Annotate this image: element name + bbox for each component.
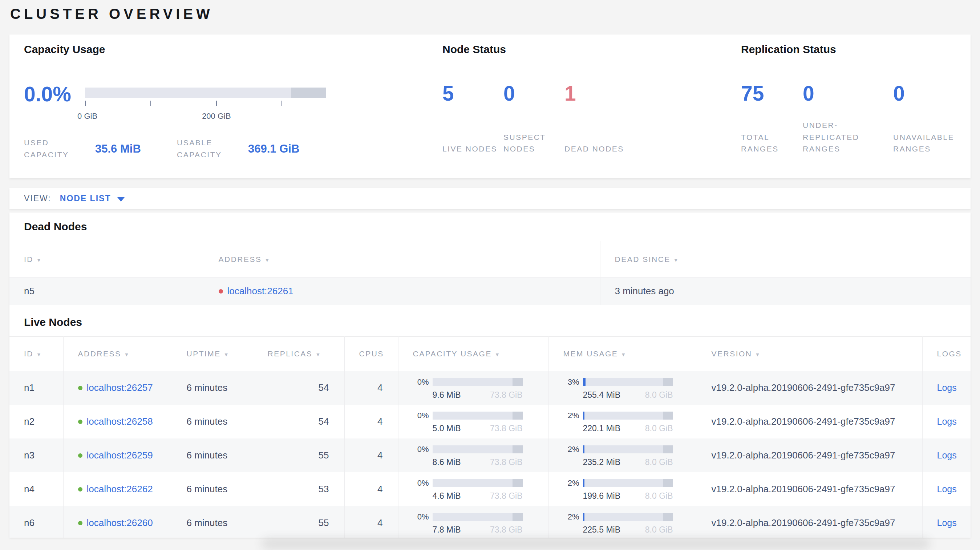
capacity-axis-ticks: 0 GiB 200 GiB [85, 101, 326, 107]
live-nodes-heading: Live Nodes [24, 316, 970, 328]
suspect-nodes-count: 0 [503, 83, 565, 104]
mem-total-value: 8.0 GiB [645, 390, 673, 400]
under-replicated-ranges-count: 0 [803, 83, 893, 104]
live-col-version[interactable]: VERSION▼ [697, 336, 922, 371]
dead-nodes-label: DEAD NODES [565, 143, 625, 155]
capacity-values: USED CAPACITY 35.6 MiB USABLE CAPACITY 3… [24, 137, 299, 161]
capacity-bar-reserved-segment [291, 87, 326, 98]
live-col-id[interactable]: ID▼ [10, 336, 63, 371]
node-uptime: 6 minutes [172, 371, 253, 405]
capacity-reserved-segment [512, 513, 522, 521]
node-mem-usage-cell: 2% 199.6 MiB 8.0 GiB [549, 472, 697, 506]
node-status-section: Node Status 5 0 1 LIVE NODES SUSPECT NOD… [442, 35, 733, 178]
axis-tick [85, 101, 86, 106]
dead-col-address[interactable]: ADDRESS▼ [204, 241, 600, 278]
live-status-icon [78, 386, 83, 390]
capacity-percent: 0% [413, 377, 429, 387]
logs-link[interactable]: Logs [937, 518, 957, 528]
usable-capacity-value: 369.1 GiB [248, 142, 299, 156]
sort-desc-icon: ▼ [36, 257, 42, 263]
node-address-cell: localhost:26261 [204, 278, 600, 305]
capacity-usage-bar [433, 412, 523, 420]
mem-percent: 2% [563, 478, 579, 488]
mem-percent: 2% [563, 445, 579, 454]
view-bar: VIEW: NODE LIST [10, 188, 970, 209]
node-version: v19.2.0-alpha.20190606-2491-gfe735c9a97 [697, 439, 922, 472]
node-cpus: 4 [344, 405, 398, 439]
live-col-mem-usage[interactable]: MEM USAGE▼ [549, 336, 697, 371]
node-version: v19.2.0-alpha.20190606-2491-gfe735c9a97 [697, 371, 922, 405]
axis-tick [281, 101, 282, 106]
capacity-total-value: 73.8 GiB [490, 491, 523, 501]
node-address-cell: localhost:26259 [63, 439, 172, 472]
mem-fill [583, 479, 585, 487]
sort-desc-icon: ▼ [621, 352, 627, 358]
node-address-link[interactable]: localhost:26260 [87, 517, 153, 529]
mem-fill [583, 445, 585, 453]
replication-status-title: Replication Status [741, 43, 836, 56]
node-address-cell: localhost:26257 [63, 371, 172, 405]
replication-labels: TOTAL RANGES UNDER-REPLICATED RANGES UNA… [741, 119, 970, 155]
node-address-link[interactable]: localhost:26259 [87, 450, 153, 461]
node-logs-cell: Logs [922, 439, 970, 472]
node-logs-cell: Logs [922, 472, 970, 506]
mem-used-value: 220.1 MiB [583, 424, 621, 433]
node-address-link[interactable]: localhost:26262 [87, 483, 153, 495]
unavailable-ranges-label: UNAVAILABLE RANGES [893, 132, 970, 155]
suspect-nodes-label: SUSPECT NODES [503, 132, 565, 155]
logs-link[interactable]: Logs [937, 450, 957, 460]
node-version: v19.2.0-alpha.20190606-2491-gfe735c9a97 [697, 506, 922, 538]
live-status-icon [78, 521, 83, 525]
logs-link[interactable]: Logs [937, 383, 957, 393]
mem-fill [583, 378, 585, 386]
live-col-replicas[interactable]: REPLICAS▼ [253, 336, 344, 371]
dead-col-dead-since[interactable]: DEAD SINCE▼ [600, 241, 970, 278]
live-col-uptime[interactable]: UPTIME▼ [172, 336, 253, 371]
dead-nodes-heading: Dead Nodes [24, 221, 970, 233]
node-address-link[interactable]: localhost:26258 [87, 416, 153, 427]
view-selected-value[interactable]: NODE LIST [60, 194, 111, 203]
mem-usage-bar [583, 479, 673, 487]
live-nodes-table: ID▼ ADDRESS▼ UPTIME▼ REPLICAS▼ CPUS CAPA… [10, 336, 970, 538]
node-version: v19.2.0-alpha.20190606-2491-gfe735c9a97 [697, 472, 922, 506]
capacity-total-value: 73.8 GiB [490, 457, 523, 467]
live-status-icon [78, 420, 83, 424]
capacity-used-value: 4.6 MiB [433, 491, 461, 501]
live-col-address[interactable]: ADDRESS▼ [63, 336, 172, 371]
axis-tick-label: 0 GiB [77, 111, 97, 121]
view-selector-dropdown[interactable]: NODE LIST [60, 194, 125, 203]
node-address-cell: localhost:26258 [63, 405, 172, 439]
node-mem-usage-cell: 2% 235.2 MiB 8.0 GiB [549, 439, 697, 472]
replication-values: 75 0 0 [741, 83, 970, 104]
node-id: n1 [10, 371, 63, 405]
node-address-link[interactable]: localhost:26257 [87, 382, 153, 393]
capacity-total-value: 73.8 GiB [490, 525, 523, 535]
table-row: n3 localhost:26259 6 minutes 55 4 0% [10, 439, 970, 472]
sort-desc-icon: ▼ [224, 352, 229, 358]
node-address-link[interactable]: localhost:26261 [228, 286, 293, 297]
mem-total-value: 8.0 GiB [645, 491, 673, 501]
node-logs-cell: Logs [922, 506, 970, 538]
capacity-total-value: 73.8 GiB [490, 390, 523, 400]
logs-link[interactable]: Logs [937, 484, 957, 494]
mem-reserved-segment [663, 378, 673, 386]
usable-capacity: USABLE CAPACITY 369.1 GiB [177, 137, 299, 161]
mem-used-value: 235.2 MiB [583, 457, 621, 467]
node-version: v19.2.0-alpha.20190606-2491-gfe735c9a97 [697, 405, 922, 439]
mem-total-value: 8.0 GiB [645, 457, 673, 467]
dead-col-id[interactable]: ID▼ [10, 241, 204, 278]
live-col-capacity-usage[interactable]: CAPACITY USAGE▼ [398, 336, 549, 371]
capacity-usage-bar [433, 479, 523, 487]
logs-link[interactable]: Logs [937, 416, 957, 426]
live-status-icon [78, 487, 83, 491]
mem-usage-bar [583, 378, 673, 386]
node-replicas: 53 [253, 472, 344, 506]
mem-total-value: 8.0 GiB [645, 525, 673, 535]
node-address-cell: localhost:26260 [63, 506, 172, 538]
dead-status-icon [219, 289, 223, 294]
dead-nodes-table: ID▼ ADDRESS▼ DEAD SINCE▼ n5 localhost:26… [10, 241, 970, 305]
capacity-percent: 0% [413, 478, 429, 488]
live-col-cpus: CPUS [344, 336, 398, 371]
replication-status-section: Replication Status 75 0 0 TOTAL RANGES U… [741, 35, 970, 178]
table-row: n6 localhost:26260 6 minutes 55 4 0% [10, 506, 970, 538]
